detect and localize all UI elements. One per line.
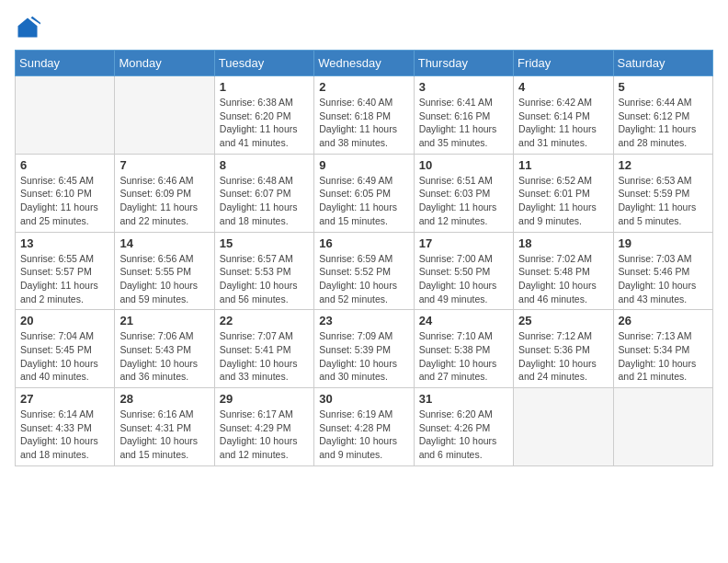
day-number: 22 — [220, 314, 309, 327]
day-number: 17 — [419, 236, 508, 250]
day-number: 8 — [220, 158, 309, 172]
day-info: Sunrise: 6:17 AM Sunset: 4:29 PM Dayligh… — [220, 408, 309, 462]
column-header-wednesday: Wednesday — [314, 51, 414, 76]
day-number: 31 — [419, 392, 508, 406]
calendar-week-5: 27Sunrise: 6:14 AM Sunset: 4:33 PM Dayli… — [16, 388, 713, 466]
day-info: Sunrise: 7:04 AM Sunset: 5:45 PM Dayligh… — [20, 329, 109, 384]
day-info: Sunrise: 7:02 AM Sunset: 5:48 PM Dayligh… — [518, 252, 608, 306]
calendar-cell: 11Sunrise: 6:52 AM Sunset: 6:01 PM Dayli… — [514, 154, 613, 232]
day-number: 9 — [319, 158, 408, 172]
day-info: Sunrise: 6:56 AM Sunset: 5:55 PM Dayligh… — [119, 252, 209, 306]
day-number: 6 — [20, 158, 109, 172]
day-info: Sunrise: 6:40 AM Sunset: 6:18 PM Dayligh… — [319, 96, 408, 150]
day-info: Sunrise: 6:45 AM Sunset: 6:10 PM Dayligh… — [20, 174, 109, 228]
day-number: 2 — [319, 80, 408, 94]
calendar-cell: 3Sunrise: 6:41 AM Sunset: 6:16 PM Daylig… — [414, 76, 513, 155]
logo — [15, 15, 44, 40]
calendar-cell: 18Sunrise: 7:02 AM Sunset: 5:48 PM Dayli… — [514, 232, 613, 310]
day-number: 23 — [319, 314, 408, 327]
calendar-cell: 16Sunrise: 6:59 AM Sunset: 5:52 PM Dayli… — [314, 232, 414, 310]
day-number: 18 — [518, 236, 608, 250]
calendar-cell: 29Sunrise: 6:17 AM Sunset: 4:29 PM Dayli… — [214, 388, 313, 466]
calendar-week-4: 20Sunrise: 7:04 AM Sunset: 5:45 PM Dayli… — [16, 310, 713, 388]
day-number: 11 — [518, 158, 608, 172]
calendar-cell: 19Sunrise: 7:03 AM Sunset: 5:46 PM Dayli… — [613, 232, 712, 310]
day-info: Sunrise: 6:51 AM Sunset: 6:03 PM Dayligh… — [419, 174, 508, 228]
day-number: 10 — [419, 158, 508, 172]
calendar-cell: 1Sunrise: 6:38 AM Sunset: 6:20 PM Daylig… — [214, 76, 313, 155]
day-number: 4 — [518, 80, 608, 94]
calendar-cell: 23Sunrise: 7:09 AM Sunset: 5:39 PM Dayli… — [314, 310, 414, 388]
day-info: Sunrise: 6:19 AM Sunset: 4:28 PM Dayligh… — [319, 408, 408, 462]
calendar-cell — [613, 388, 712, 466]
day-number: 15 — [220, 236, 309, 250]
day-info: Sunrise: 6:53 AM Sunset: 5:59 PM Dayligh… — [619, 174, 708, 228]
day-number: 30 — [319, 392, 408, 406]
day-number: 14 — [119, 236, 209, 250]
calendar-header-row: SundayMondayTuesdayWednesdayThursdayFrid… — [16, 51, 713, 76]
calendar-cell: 24Sunrise: 7:10 AM Sunset: 5:38 PM Dayli… — [414, 310, 513, 388]
calendar-week-3: 13Sunrise: 6:55 AM Sunset: 5:57 PM Dayli… — [16, 232, 713, 310]
day-number: 24 — [419, 314, 508, 327]
calendar-cell: 2Sunrise: 6:40 AM Sunset: 6:18 PM Daylig… — [314, 76, 414, 155]
day-number: 27 — [20, 392, 109, 406]
day-info: Sunrise: 6:57 AM Sunset: 5:53 PM Dayligh… — [220, 252, 309, 306]
day-info: Sunrise: 6:16 AM Sunset: 4:31 PM Dayligh… — [119, 408, 209, 462]
calendar-cell: 20Sunrise: 7:04 AM Sunset: 5:45 PM Dayli… — [16, 310, 115, 388]
day-number: 19 — [619, 236, 708, 250]
calendar-cell: 30Sunrise: 6:19 AM Sunset: 4:28 PM Dayli… — [314, 388, 414, 466]
day-info: Sunrise: 7:13 AM Sunset: 5:34 PM Dayligh… — [619, 329, 708, 384]
column-header-friday: Friday — [514, 51, 613, 76]
day-info: Sunrise: 6:14 AM Sunset: 4:33 PM Dayligh… — [20, 408, 109, 462]
day-info: Sunrise: 6:46 AM Sunset: 6:09 PM Dayligh… — [119, 174, 209, 228]
day-number: 21 — [119, 314, 209, 327]
column-header-thursday: Thursday — [414, 51, 513, 76]
column-header-saturday: Saturday — [613, 51, 712, 76]
column-header-tuesday: Tuesday — [214, 51, 313, 76]
day-info: Sunrise: 7:06 AM Sunset: 5:43 PM Dayligh… — [119, 329, 209, 384]
day-number: 16 — [319, 236, 408, 250]
day-info: Sunrise: 6:41 AM Sunset: 6:16 PM Dayligh… — [419, 96, 508, 150]
calendar-cell: 9Sunrise: 6:49 AM Sunset: 6:05 PM Daylig… — [314, 154, 414, 232]
day-info: Sunrise: 6:44 AM Sunset: 6:12 PM Dayligh… — [619, 96, 708, 150]
day-number: 1 — [220, 80, 309, 94]
calendar-cell — [16, 76, 115, 155]
calendar-cell — [115, 76, 214, 155]
calendar-cell: 17Sunrise: 7:00 AM Sunset: 5:50 PM Dayli… — [414, 232, 513, 310]
column-header-sunday: Sunday — [16, 51, 115, 76]
calendar-cell: 22Sunrise: 7:07 AM Sunset: 5:41 PM Dayli… — [214, 310, 313, 388]
day-info: Sunrise: 6:20 AM Sunset: 4:26 PM Dayligh… — [419, 408, 508, 462]
day-number: 20 — [20, 314, 109, 327]
calendar-cell: 28Sunrise: 6:16 AM Sunset: 4:31 PM Dayli… — [115, 388, 214, 466]
calendar-cell: 26Sunrise: 7:13 AM Sunset: 5:34 PM Dayli… — [613, 310, 712, 388]
column-header-monday: Monday — [115, 51, 214, 76]
calendar-cell: 12Sunrise: 6:53 AM Sunset: 5:59 PM Dayli… — [613, 154, 712, 232]
calendar-cell: 15Sunrise: 6:57 AM Sunset: 5:53 PM Dayli… — [214, 232, 313, 310]
day-number: 12 — [619, 158, 708, 172]
day-info: Sunrise: 6:59 AM Sunset: 5:52 PM Dayligh… — [319, 252, 408, 306]
day-info: Sunrise: 6:55 AM Sunset: 5:57 PM Dayligh… — [20, 252, 109, 306]
day-number: 5 — [619, 80, 708, 94]
day-info: Sunrise: 7:03 AM Sunset: 5:46 PM Dayligh… — [619, 252, 708, 306]
day-info: Sunrise: 6:38 AM Sunset: 6:20 PM Dayligh… — [220, 96, 309, 150]
day-info: Sunrise: 6:52 AM Sunset: 6:01 PM Dayligh… — [518, 174, 608, 228]
day-number: 25 — [518, 314, 608, 327]
calendar-cell: 13Sunrise: 6:55 AM Sunset: 5:57 PM Dayli… — [16, 232, 115, 310]
calendar-cell: 21Sunrise: 7:06 AM Sunset: 5:43 PM Dayli… — [115, 310, 214, 388]
day-number: 3 — [419, 80, 508, 94]
calendar-cell: 8Sunrise: 6:48 AM Sunset: 6:07 PM Daylig… — [214, 154, 313, 232]
day-info: Sunrise: 7:07 AM Sunset: 5:41 PM Dayligh… — [220, 329, 309, 384]
calendar-cell: 6Sunrise: 6:45 AM Sunset: 6:10 PM Daylig… — [16, 154, 115, 232]
calendar-table: SundayMondayTuesdayWednesdayThursdayFrid… — [15, 50, 713, 466]
day-number: 26 — [619, 314, 708, 327]
day-number: 29 — [220, 392, 309, 406]
calendar-cell: 10Sunrise: 6:51 AM Sunset: 6:03 PM Dayli… — [414, 154, 513, 232]
day-number: 13 — [20, 236, 109, 250]
calendar-cell: 5Sunrise: 6:44 AM Sunset: 6:12 PM Daylig… — [613, 76, 712, 155]
calendar-week-1: 1Sunrise: 6:38 AM Sunset: 6:20 PM Daylig… — [16, 76, 713, 155]
day-info: Sunrise: 7:12 AM Sunset: 5:36 PM Dayligh… — [518, 329, 608, 384]
day-number: 28 — [119, 392, 209, 406]
calendar-cell — [514, 388, 613, 466]
logo-icon — [15, 15, 40, 40]
day-info: Sunrise: 7:00 AM Sunset: 5:50 PM Dayligh… — [419, 252, 508, 306]
